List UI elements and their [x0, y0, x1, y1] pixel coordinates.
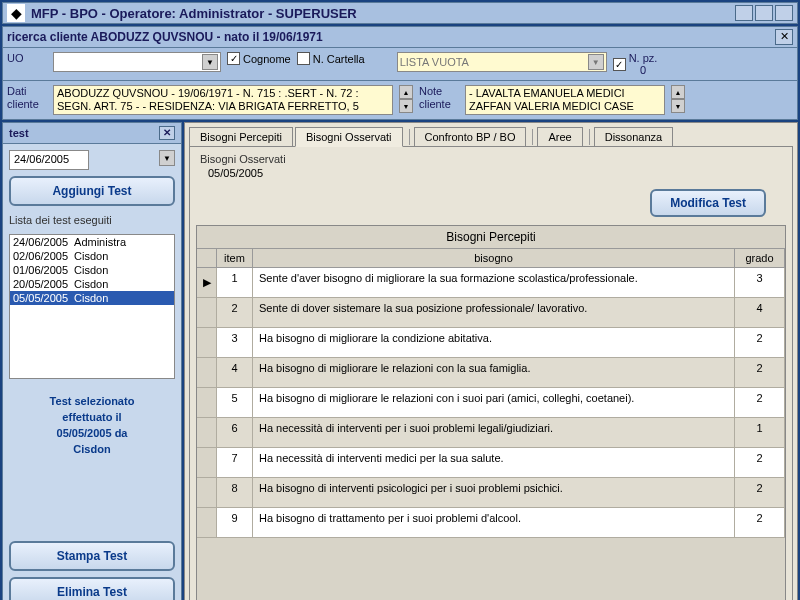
- npz-checkbox-wrap[interactable]: ✓ N. pz. 0: [613, 52, 658, 76]
- note-line2: ZAFFAN VALERIA MEDICI CASE: [469, 100, 634, 112]
- uo-dropdown[interactable]: ▼: [53, 52, 221, 72]
- test-row[interactable]: 05/05/2005Cisdon: [10, 291, 174, 305]
- col-bisogno: bisogno: [253, 249, 735, 267]
- sidebar-header: test ✕: [3, 123, 181, 144]
- cell-item: 3: [217, 328, 253, 357]
- cell-item: 1: [217, 268, 253, 297]
- cell-bisogno: Ha bisogno di migliorare le relazioni co…: [253, 388, 735, 417]
- titlebar: ◆ MFP - BPO - Operatore: Administrator -…: [2, 2, 798, 24]
- table-row[interactable]: 3Ha bisogno di migliorare la condizione …: [197, 328, 785, 358]
- cartella-label: N. Cartella: [313, 53, 365, 65]
- col-grado: grado: [735, 249, 785, 267]
- table-row[interactable]: 4Ha bisogno di migliorare le relazioni c…: [197, 358, 785, 388]
- tab-dissonanza[interactable]: Dissonanza: [594, 127, 673, 147]
- row-marker: [197, 478, 217, 507]
- row-marker: [197, 358, 217, 387]
- test-row[interactable]: 01/06/2005Cisdon: [10, 263, 174, 277]
- app-icon: ◆: [7, 4, 25, 22]
- table-title: Bisogni Percepiti: [197, 226, 785, 249]
- search-title: ricerca cliente ABODUZZ QUVSNOU - nato i…: [7, 30, 775, 44]
- main-content: Bisogni Percepiti Bisogni Osservati Conf…: [184, 122, 798, 600]
- cartella-checkbox[interactable]: [297, 52, 310, 65]
- tab-strip: Bisogni Percepiti Bisogni Osservati Conf…: [185, 123, 797, 147]
- tab-bisogni-percepiti[interactable]: Bisogni Percepiti: [189, 127, 293, 147]
- test-date-input[interactable]: 24/06/2005: [9, 150, 89, 170]
- fieldset-title: Bisogni Osservati: [196, 153, 786, 167]
- search-close-button[interactable]: ✕: [775, 29, 793, 45]
- cell-bisogno: Sente di dover sistemare la sua posizion…: [253, 298, 735, 327]
- table-row[interactable]: 5Ha bisogno di migliorare le relazioni c…: [197, 388, 785, 418]
- tab-confronto[interactable]: Confronto BP / BO: [414, 127, 527, 147]
- scroll-down-icon[interactable]: ▼: [671, 99, 685, 113]
- cell-bisogno: Ha bisogno di migliorare le relazioni co…: [253, 358, 735, 387]
- dati-cliente-label: Daticliente: [7, 85, 47, 111]
- tab-aree[interactable]: Aree: [537, 127, 582, 147]
- cell-grado: 1: [735, 418, 785, 447]
- close-button[interactable]: [775, 5, 793, 21]
- minimize-button[interactable]: [735, 5, 753, 21]
- print-test-button[interactable]: Stampa Test: [9, 541, 175, 571]
- cell-grado: 2: [735, 388, 785, 417]
- fieldset-date: 05/05/2005: [196, 167, 786, 185]
- add-test-button[interactable]: Aggiungi Test: [9, 176, 175, 206]
- filter-row: UO ▼ ✓ Cognome N. Cartella LISTA VUOTA ▼…: [2, 48, 798, 81]
- table-body: ▶1Sente d'aver bisogno di migliorare la …: [197, 268, 785, 600]
- table-row[interactable]: 8Ha bisogno di interventi psicologici pe…: [197, 478, 785, 508]
- cell-grado: 2: [735, 448, 785, 477]
- cell-item: 5: [217, 388, 253, 417]
- needs-table: Bisogni Percepiti item bisogno grado ▶1S…: [196, 225, 786, 600]
- table-row[interactable]: 7Ha necessità di interventi medici per l…: [197, 448, 785, 478]
- scroll-down-icon[interactable]: ▼: [399, 99, 413, 113]
- table-row[interactable]: ▶1Sente d'aver bisogno di migliorare la …: [197, 268, 785, 298]
- cell-bisogno: Ha bisogno di interventi psicologici per…: [253, 478, 735, 507]
- table-row[interactable]: 2Sente di dover sistemare la sua posizio…: [197, 298, 785, 328]
- selected-test-info: Test selezionato effettuato il 05/05/200…: [9, 385, 175, 465]
- col-item: item: [217, 249, 253, 267]
- maximize-button[interactable]: [755, 5, 773, 21]
- note-scroll[interactable]: ▲ ▼: [671, 85, 685, 113]
- dati-cliente-box: ABODUZZ QUVSNOU - 19/06/1971 - N. 715 : …: [53, 85, 393, 115]
- row-marker: [197, 328, 217, 357]
- test-row[interactable]: 24/06/2005Administra: [10, 235, 174, 249]
- npz-checkbox[interactable]: ✓: [613, 58, 626, 71]
- scroll-up-icon[interactable]: ▲: [671, 85, 685, 99]
- table-row[interactable]: 9Ha bisogno di trattamento per i suoi pr…: [197, 508, 785, 538]
- test-row[interactable]: 02/06/2005Cisdon: [10, 249, 174, 263]
- cell-item: 4: [217, 358, 253, 387]
- tab-panel: Bisogni Osservati 05/05/2005 Modifica Te…: [189, 146, 793, 600]
- cognome-checkbox-wrap[interactable]: ✓ Cognome: [227, 52, 291, 65]
- cell-bisogno: Ha bisogno di trattamento per i suoi pro…: [253, 508, 735, 537]
- row-marker: [197, 448, 217, 477]
- row-marker: [197, 388, 217, 417]
- uo-label: UO: [7, 52, 47, 65]
- cognome-checkbox[interactable]: ✓: [227, 52, 240, 65]
- scroll-up-icon[interactable]: ▲: [399, 85, 413, 99]
- cartella-checkbox-wrap[interactable]: N. Cartella: [297, 52, 365, 65]
- row-marker: [197, 298, 217, 327]
- test-row[interactable]: 20/05/2005Cisdon: [10, 277, 174, 291]
- cell-grado: 3: [735, 268, 785, 297]
- cell-item: 7: [217, 448, 253, 477]
- sidebar-title: test: [9, 127, 29, 139]
- lista-dropdown[interactable]: LISTA VUOTA ▼: [397, 52, 607, 72]
- sidebar-close-button[interactable]: ✕: [159, 126, 175, 140]
- chevron-down-icon[interactable]: ▼: [202, 54, 218, 70]
- cell-grado: 2: [735, 328, 785, 357]
- chevron-down-icon[interactable]: ▼: [588, 54, 604, 70]
- search-header: ricerca cliente ABODUZZ QUVSNOU - nato i…: [2, 26, 798, 48]
- cell-grado: 2: [735, 478, 785, 507]
- modify-test-button[interactable]: Modifica Test: [650, 189, 766, 217]
- note-line1: - LAVALTA EMANUELA MEDICI: [469, 87, 625, 99]
- test-list-label: Lista dei test eseguiti: [9, 212, 175, 228]
- delete-test-button[interactable]: Elimina Test: [9, 577, 175, 600]
- client-data-row: Daticliente ABODUZZ QUVSNOU - 19/06/1971…: [2, 81, 798, 120]
- row-marker: [197, 508, 217, 537]
- note-cliente-label: Notecliente: [419, 85, 459, 111]
- dati-scroll[interactable]: ▲ ▼: [399, 85, 413, 113]
- table-row[interactable]: 6Ha necessità di interventi per i suoi p…: [197, 418, 785, 448]
- chevron-down-icon[interactable]: ▼: [159, 150, 175, 166]
- test-list[interactable]: 24/06/2005Administra 02/06/2005Cisdon 01…: [9, 234, 175, 379]
- tab-bisogni-osservati[interactable]: Bisogni Osservati: [295, 127, 403, 147]
- cognome-label: Cognome: [243, 53, 291, 65]
- dati-line2: SEGN. ART. 75 - - RESIDENZA: VIA BRIGATA…: [57, 100, 359, 112]
